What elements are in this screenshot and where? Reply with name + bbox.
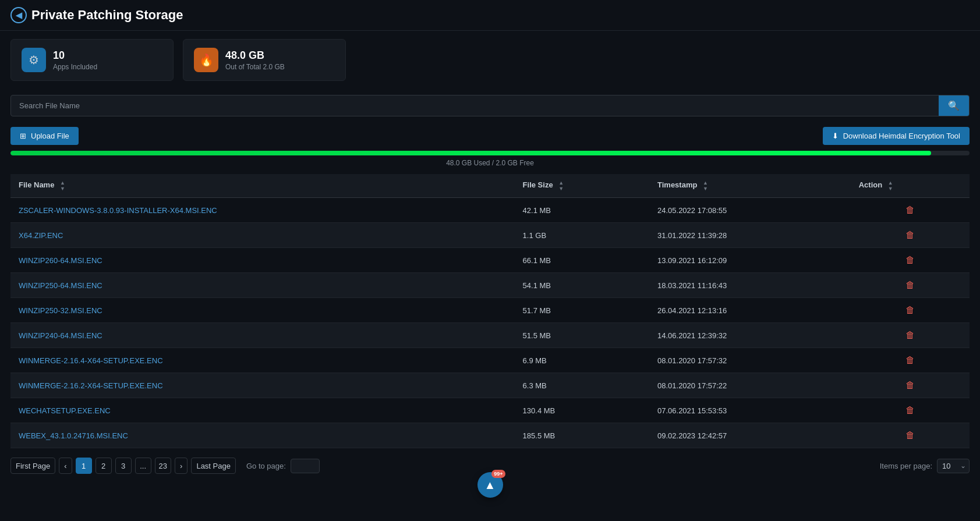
- timestamp-sort-icon[interactable]: ▲▼: [703, 180, 708, 192]
- timestamp-cell: 07.06.2021 15:53:53: [649, 398, 851, 423]
- first-page-label: First Page: [16, 462, 50, 470]
- file-name-cell[interactable]: WINMERGE-2.16.2-X64-SETUP.EXE.ENC: [10, 373, 515, 398]
- file-name-cell[interactable]: WEBEX_43.1.0.24716.MSI.ENC: [10, 423, 515, 448]
- file-name-cell[interactable]: WINZIP250-64.MSI.ENC: [10, 273, 515, 298]
- timestamp-cell: 31.01.2022 11:39:28: [649, 223, 851, 248]
- table-row: WINZIP240-64.MSI.ENC51.5 MB14.06.2021 12…: [10, 323, 970, 348]
- delete-button[interactable]: 🗑: [902, 354, 918, 367]
- file-name-cell[interactable]: WINZIP240-64.MSI.ENC: [10, 323, 515, 348]
- delete-button[interactable]: 🗑: [902, 429, 918, 442]
- stats-row: ⚙ 10 Apps Included 🔥 48.0 GB Out of Tota…: [0, 31, 980, 89]
- file-size-cell: 54.1 MB: [515, 273, 649, 298]
- table-header-row: File Name ▲▼ File Size ▲▼ Timestamp ▲▼ A…: [10, 174, 970, 198]
- page-link-23[interactable]: 23: [155, 458, 171, 474]
- search-input[interactable]: [11, 95, 939, 116]
- file-size-cell: 6.3 MB: [515, 373, 649, 398]
- prev-icon: ‹: [64, 462, 66, 470]
- file-name-cell[interactable]: WINZIP250-32.MSI.ENC: [10, 298, 515, 323]
- search-icon: 🔍: [948, 100, 960, 111]
- storage-progress-fill: [10, 151, 931, 155]
- first-page-button[interactable]: First Page: [10, 458, 55, 474]
- storage-progress-label: 48.0 GB Used / 2.0 GB Free: [10, 159, 970, 167]
- table-row: ZSCALER-WINDOWS-3.8.0.93-INSTALLER-X64.M…: [10, 198, 970, 223]
- apps-stat-card: ⚙ 10 Apps Included: [10, 39, 174, 81]
- trash-icon: 🗑: [905, 255, 915, 265]
- file-name-cell[interactable]: WECHATSETUP.EXE.ENC: [10, 398, 515, 423]
- table-row: WINZIP250-64.MSI.ENC54.1 MB18.03.2021 11…: [10, 273, 970, 298]
- delete-button[interactable]: 🗑: [902, 204, 918, 217]
- trash-icon: 🗑: [905, 280, 915, 290]
- file-name-cell[interactable]: WINZIP260-64.MSI.ENC: [10, 248, 515, 273]
- storage-stat-info: 48.0 GB Out of Total 2.0 GB: [225, 49, 285, 71]
- apps-icon: ⚙: [22, 48, 46, 72]
- file-size-cell: 130.4 MB: [515, 398, 649, 423]
- action-cell: 🗑: [851, 248, 970, 273]
- action-sort-icon[interactable]: ▲▼: [888, 180, 893, 192]
- prev-page-button[interactable]: ‹: [59, 458, 72, 474]
- last-page-button[interactable]: Last Page: [191, 458, 236, 474]
- table-row: WECHATSETUP.EXE.ENC130.4 MB07.06.2021 15…: [10, 398, 970, 423]
- file-size-cell: 51.7 MB: [515, 298, 649, 323]
- page-link-1[interactable]: 1: [76, 458, 92, 474]
- back-button[interactable]: ◀: [10, 7, 27, 23]
- items-per-page-label: Items per page:: [880, 462, 932, 470]
- timestamp-cell: 24.05.2022 17:08:55: [649, 198, 851, 223]
- trash-icon: 🗑: [905, 305, 915, 315]
- delete-button[interactable]: 🗑: [902, 404, 918, 417]
- page-title: Private Patching Storage: [31, 8, 183, 23]
- action-cell: 🗑: [851, 298, 970, 323]
- col-filename[interactable]: File Name ▲▼: [10, 174, 515, 198]
- filename-sort-icon[interactable]: ▲▼: [60, 180, 65, 192]
- file-name-cell[interactable]: ZSCALER-WINDOWS-3.8.0.93-INSTALLER-X64.M…: [10, 198, 515, 223]
- next-icon: ›: [180, 462, 182, 470]
- table-row: X64.ZIP.ENC1.1 GB31.01.2022 11:39:28🗑: [10, 223, 970, 248]
- file-name-cell[interactable]: WINMERGE-2.16.4-X64-SETUP.EXE.ENC: [10, 348, 515, 373]
- page-header: ◀ Private Patching Storage: [0, 0, 980, 31]
- trash-icon: 🗑: [905, 405, 915, 415]
- trash-icon: 🗑: [905, 205, 915, 215]
- file-table-container: File Name ▲▼ File Size ▲▼ Timestamp ▲▼ A…: [0, 174, 980, 448]
- goto-input[interactable]: [291, 459, 320, 473]
- trash-icon: 🗑: [905, 430, 915, 440]
- delete-button[interactable]: 🗑: [902, 329, 918, 342]
- file-size-cell: 66.1 MB: [515, 248, 649, 273]
- action-cell: 🗑: [851, 348, 970, 373]
- delete-button[interactable]: 🗑: [902, 304, 918, 317]
- delete-button[interactable]: 🗑: [902, 254, 918, 267]
- progress-section: 48.0 GB Used / 2.0 GB Free: [0, 151, 980, 174]
- storage-progress-bar: [10, 151, 970, 155]
- table-row: WINZIP260-64.MSI.ENC66.1 MB13.09.2021 16…: [10, 248, 970, 273]
- file-name-cell[interactable]: X64.ZIP.ENC: [10, 223, 515, 248]
- col-filesize[interactable]: File Size ▲▼: [515, 174, 649, 198]
- timestamp-cell: 08.01.2020 17:57:32: [649, 348, 851, 373]
- search-button[interactable]: 🔍: [939, 95, 969, 116]
- delete-button[interactable]: 🗑: [902, 379, 918, 392]
- floating-icon: ▲: [484, 479, 496, 492]
- search-container: 🔍: [10, 95, 970, 116]
- items-per-page-select[interactable]: 10 25 50 100: [937, 459, 970, 473]
- action-cell: 🗑: [851, 223, 970, 248]
- upload-button[interactable]: ⊞ Upload File: [10, 127, 79, 145]
- upload-label: Upload File: [31, 132, 69, 140]
- col-timestamp[interactable]: Timestamp ▲▼: [649, 174, 851, 198]
- filesize-sort-icon[interactable]: ▲▼: [558, 180, 564, 192]
- floating-scroll-button[interactable]: ▲ 99+: [477, 472, 503, 498]
- last-page-label: Last Page: [196, 462, 231, 470]
- delete-button[interactable]: 🗑: [902, 279, 918, 292]
- timestamp-cell: 18.03.2021 11:16:43: [649, 273, 851, 298]
- delete-button[interactable]: 🗑: [902, 229, 918, 242]
- search-row: 🔍: [0, 89, 980, 122]
- page-link-3[interactable]: 3: [115, 458, 132, 474]
- col-action: Action ▲▼: [851, 174, 970, 198]
- action-cell: 🗑: [851, 373, 970, 398]
- file-size-cell: 185.5 MB: [515, 423, 649, 448]
- goto-label: Go to page:: [246, 462, 286, 470]
- download-button[interactable]: ⬇ Download Heimdal Encryption Tool: [823, 127, 970, 145]
- next-page-button[interactable]: ›: [175, 458, 187, 474]
- floating-badge: 99+: [491, 470, 505, 478]
- actions-row: ⊞ Upload File ⬇ Download Heimdal Encrypt…: [0, 122, 980, 151]
- page-link-2[interactable]: 2: [95, 458, 112, 474]
- file-size-cell: 6.9 MB: [515, 348, 649, 373]
- table-row: WINMERGE-2.16.4-X64-SETUP.EXE.ENC6.9 MB0…: [10, 348, 970, 373]
- download-label: Download Heimdal Encryption Tool: [843, 132, 960, 140]
